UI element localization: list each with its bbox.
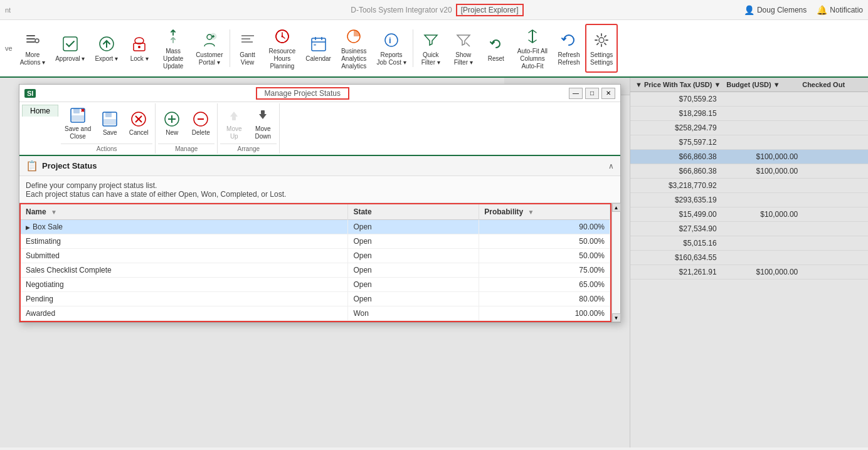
- scroll-up-button[interactable]: ▲: [612, 203, 621, 212]
- project-status-table: Name ▼ State Probability ▼: [19, 203, 611, 322]
- reports-job-cost-button[interactable]: i ReportsJob Cost ▾: [371, 24, 411, 73]
- row-name-cell: Pending: [21, 292, 348, 306]
- new-button[interactable]: New: [158, 108, 186, 139]
- more-actions-button[interactable]: MoreActions ▾: [15, 24, 51, 73]
- scroll-down-button[interactable]: ▼: [612, 313, 621, 322]
- maximize-button[interactable]: □: [585, 88, 599, 99]
- table-row[interactable]: Sales Checklist Complete Open 75.00%: [21, 263, 610, 278]
- svg-point-30: [599, 38, 604, 43]
- svg-rect-1: [26, 38, 35, 39]
- minimize-button[interactable]: —: [569, 88, 583, 99]
- auto-fit-label: Auto-Fit AllColumnsAuto-Fit: [517, 48, 548, 70]
- svg-rect-32: [73, 108, 80, 113]
- save-close-label: Save andClose: [65, 125, 91, 140]
- show-filter-button[interactable]: ShowFilter ▾: [447, 24, 480, 73]
- svg-line-28: [466, 43, 470, 46]
- title-bar: nt D-Tools System Integrator v20 [Projec…: [0, 0, 868, 20]
- table-row[interactable]: Submitted Open 50.00%: [21, 249, 610, 263]
- cancel-label: Cancel: [129, 129, 149, 137]
- arrange-buttons: MoveUp MoveDown: [220, 105, 277, 142]
- row-name-cell: Estimating: [21, 234, 348, 249]
- lock-label: Lock ▾: [130, 55, 149, 63]
- modal-window-controls: — □ ✕: [569, 88, 615, 99]
- probability-filter-icon[interactable]: ▼: [528, 209, 534, 216]
- modal-title: Manage Project Status: [256, 87, 349, 100]
- refresh-button[interactable]: RefreshRefresh: [553, 24, 585, 73]
- home-tab[interactable]: Home: [22, 105, 58, 117]
- modal-ribbon: Home: [19, 102, 620, 156]
- row-state-cell: Open: [348, 220, 479, 234]
- export-button[interactable]: Export ▾: [90, 24, 123, 73]
- table-header-row: Name ▼ State Probability ▼: [21, 204, 610, 220]
- calendar-button[interactable]: Calendar: [300, 24, 336, 73]
- row-name-cell: Awarded: [21, 306, 348, 321]
- svg-rect-2: [26, 41, 35, 43]
- svg-point-26: [385, 34, 398, 46]
- row-probability-cell: 90.00%: [479, 220, 610, 234]
- resource-hours-label: ResourceHoursPlanning: [269, 48, 296, 70]
- modal-ribbon-content: Save andClose: [58, 103, 618, 154]
- main-ribbon: ve MoreActions ▾ Approval ▾ Export ▾: [0, 20, 868, 78]
- description-line2: Each project status can have a state of …: [26, 190, 614, 199]
- table-row[interactable]: Box Sale Open 90.00%: [21, 220, 610, 234]
- new-label: New: [166, 129, 178, 137]
- status-table: Name ▼ State Probability ▼: [21, 204, 610, 321]
- resource-hours-button[interactable]: ResourceHoursPlanning: [264, 24, 301, 73]
- manage-buttons: New Delete: [158, 105, 214, 142]
- customer-portal-button[interactable]: CustomerPortal ▾: [191, 24, 228, 73]
- collapse-button[interactable]: ∧: [608, 162, 614, 170]
- reset-label: Reset: [488, 55, 504, 63]
- user-info: 👤 Doug Clemens: [744, 5, 807, 15]
- arrange-label: Arrange: [220, 144, 277, 152]
- manage-group: New Delete: [156, 103, 218, 154]
- svg-point-3: [35, 39, 39, 43]
- modal-overlay: SI Manage Project Status — □ ✕ Home: [0, 78, 868, 447]
- delete-button[interactable]: Delete: [187, 108, 214, 139]
- arrange-group: MoveUp MoveDown: [218, 103, 280, 154]
- save-close-button[interactable]: Save andClose: [61, 105, 95, 142]
- save-button[interactable]: Save: [96, 108, 124, 139]
- mass-update-button[interactable]: MassUpdateUpdate: [156, 24, 191, 73]
- modal-title-left: SI: [24, 89, 36, 98]
- probability-column-header[interactable]: Probability ▼: [479, 204, 610, 220]
- table-scrollbar[interactable]: ▲ ▼: [611, 203, 620, 322]
- svg-point-9: [138, 46, 140, 48]
- svg-rect-0: [26, 35, 35, 36]
- table-row[interactable]: Awarded Won 100.00%: [21, 306, 610, 321]
- table-row[interactable]: Estimating Open 50.00%: [21, 234, 610, 249]
- svg-rect-48: [261, 110, 265, 114]
- row-probability-cell: 65.00%: [479, 278, 610, 292]
- business-analytics-label: BusinessAnalyticsAnalytics: [341, 48, 367, 70]
- bell-icon: 🔔: [817, 5, 827, 15]
- approval-button[interactable]: Approval ▾: [50, 24, 90, 73]
- settings-button[interactable]: SettingsSettings: [585, 24, 618, 73]
- move-up-button[interactable]: MoveUp: [220, 105, 248, 142]
- state-column-header[interactable]: State: [348, 204, 479, 220]
- table-row[interactable]: Pending Open 80.00%: [21, 292, 610, 306]
- ribbon-left-text: ve: [3, 24, 15, 73]
- scroll-track: [612, 212, 620, 313]
- svg-rect-33: [71, 115, 84, 121]
- cancel-button[interactable]: Cancel: [125, 108, 152, 139]
- lock-button[interactable]: Lock ▾: [123, 24, 156, 73]
- quick-filter-button[interactable]: QuickFilter ▾: [415, 24, 447, 73]
- gantt-view-button[interactable]: GanttView: [231, 24, 264, 73]
- auto-fit-button[interactable]: Auto-Fit AllColumnsAuto-Fit: [512, 24, 553, 73]
- table-row[interactable]: Negotiating Open 65.00%: [21, 278, 610, 292]
- close-button[interactable]: ✕: [601, 88, 615, 99]
- left-nav-hint: nt: [5, 6, 130, 14]
- move-up-label: MoveUp: [226, 125, 241, 140]
- move-down-button[interactable]: MoveDown: [249, 105, 277, 142]
- row-probability-cell: 100.00%: [479, 306, 610, 321]
- user-icon: 👤: [744, 5, 754, 15]
- row-state-cell: Won: [348, 306, 479, 321]
- save-label: Save: [103, 129, 117, 137]
- si-badge: SI: [24, 89, 36, 98]
- svg-text:i: i: [389, 36, 391, 45]
- business-analytics-button[interactable]: BusinessAnalyticsAnalytics: [336, 24, 372, 73]
- name-filter-icon[interactable]: ▼: [51, 209, 57, 216]
- reset-button[interactable]: Reset: [480, 24, 512, 73]
- row-name-cell: Sales Checklist Complete: [21, 263, 348, 278]
- name-column-header[interactable]: Name ▼: [21, 204, 348, 220]
- more-actions-label: MoreActions ▾: [20, 51, 46, 66]
